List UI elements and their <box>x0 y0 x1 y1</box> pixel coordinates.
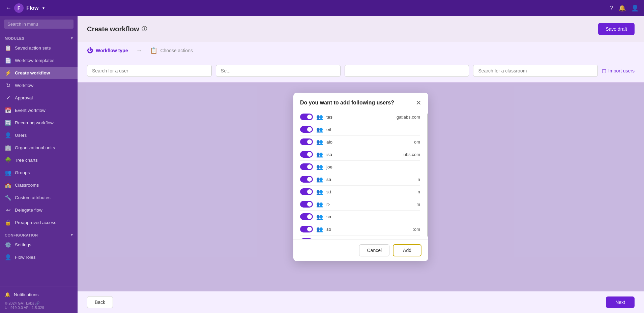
user-name-label: sa <box>326 214 420 219</box>
app-logo: F <box>14 3 24 13</box>
sidebar-item-tree-charts[interactable]: 🌳 Tree charts <box>0 154 78 166</box>
user-toggle[interactable] <box>300 114 313 120</box>
step-arrow-icon: → <box>136 47 142 54</box>
sidebar-item-event-workflow[interactable]: 📅 Event workflow <box>0 104 78 117</box>
modal-user-row: 👥joe <box>300 161 420 173</box>
topbar-right: ? 🔔 👤 <box>610 4 639 12</box>
user-email-label: om <box>414 139 420 145</box>
modal-body: 👥tesgatlabs.com👥eil👥aioom👥isaubs.com👥joe… <box>293 111 427 239</box>
classrooms-icon: 🏫 <box>5 182 11 188</box>
sidebar-item-label: Saved action sets <box>15 45 51 51</box>
sidebar-bottom: 🔔 Notifications © 2024 GAT Labs 🔗 UI: 91… <box>0 286 78 313</box>
modal-user-row: 👥sa <box>300 211 420 223</box>
save-draft-button[interactable]: Save draft <box>598 23 635 35</box>
import-users-button[interactable]: ◫ Import users <box>602 68 635 73</box>
import-icon: ◫ <box>602 68 606 73</box>
sidebar-item-groups[interactable]: 👥 Groups <box>0 166 78 179</box>
user-avatar-icon[interactable]: 👤 <box>631 4 639 12</box>
user-person-icon: 👥 <box>316 114 323 120</box>
sidebar-item-workflow[interactable]: ↻ Workflow <box>0 79 78 92</box>
user-toggle[interactable] <box>300 138 313 145</box>
modal-user-row: 👥lian <box>300 236 420 239</box>
sidebar-item-recurring-workflow[interactable]: 🔄 Recurring workflow <box>0 117 78 129</box>
sidebar-item-label: Workflow templates <box>15 58 55 63</box>
user-toggle[interactable] <box>300 213 313 220</box>
cancel-button[interactable]: Cancel <box>359 244 389 256</box>
user-email-label: gatlabs.com <box>397 115 420 120</box>
user-toggle[interactable] <box>300 151 313 158</box>
sidebar-item-label: Organizational units <box>15 145 55 150</box>
approval-icon: ✓ <box>5 95 11 101</box>
user-toggle[interactable] <box>300 238 313 239</box>
app-chevron-icon[interactable]: ▾ <box>42 6 45 10</box>
sidebar-item-workflow-templates[interactable]: 📄 Workflow templates <box>0 54 78 67</box>
second-search-input[interactable] <box>216 65 341 77</box>
sidebar-item-delegate-flow[interactable]: ↩ Delegate flow <box>0 204 78 216</box>
sidebar-item-approval[interactable]: ✓ Approval <box>0 92 78 104</box>
create-workflow-icon: ⚡ <box>5 70 11 76</box>
workflow-step-choose-actions[interactable]: 📋 Choose actions <box>150 47 193 54</box>
user-person-icon: 👥 <box>316 226 323 232</box>
sidebar-item-preapproved-access[interactable]: 🔓 Preapproved access <box>0 216 78 229</box>
sidebar-item-users[interactable]: 👤 Users <box>0 129 78 142</box>
modal-user-row: 👥isaubs.com <box>300 148 420 161</box>
user-toggle[interactable] <box>300 126 313 133</box>
sidebar-item-label: Event workflow <box>15 108 46 113</box>
user-toggle[interactable] <box>300 226 313 232</box>
user-person-icon: 👥 <box>316 139 323 145</box>
user-name-label: aio <box>326 139 411 145</box>
notifications-icon[interactable]: 🔔 <box>618 4 626 12</box>
sidebar-item-label: Create workflow <box>15 70 50 75</box>
sidebar-item-settings[interactable]: ⚙️ Settings <box>0 239 78 251</box>
sidebar-item-flow-roles[interactable]: 👤 Flow roles <box>0 251 78 263</box>
tree-charts-icon: 🌳 <box>5 157 11 163</box>
sidebar-search-input[interactable] <box>4 20 74 29</box>
workflow-step-type[interactable]: ⏻ Workflow type <box>87 47 128 54</box>
sidebar-item-label: Tree charts <box>15 158 38 163</box>
sidebar-item-classrooms[interactable]: 🏫 Classrooms <box>0 179 78 191</box>
user-name-label: joe <box>326 164 420 169</box>
search-user-input[interactable] <box>87 65 212 77</box>
back-button[interactable]: Back <box>87 296 113 308</box>
user-toggle[interactable] <box>300 176 313 183</box>
workflow-icon: ↻ <box>5 82 11 89</box>
sidebar-search-container <box>0 16 78 32</box>
user-toggle[interactable] <box>300 188 313 195</box>
modules-section-header: MODULES ▾ <box>0 32 78 42</box>
content-area: Create workflow ⓘ Save draft ⏻ Workflow … <box>78 16 644 313</box>
sidebar-item-label: Classrooms <box>15 183 39 188</box>
external-link-icon[interactable]: 🔗 <box>35 301 40 305</box>
user-email-label: n <box>418 177 420 182</box>
sidebar-item-organizational-units[interactable]: 🏢 Organizational units <box>0 142 78 154</box>
sidebar-notifications[interactable]: 🔔 Notifications <box>5 290 73 299</box>
sidebar-item-saved-action-sets[interactable]: 📋 Saved action sets <box>0 42 78 54</box>
modal-scrollbar[interactable] <box>427 114 428 237</box>
user-toggle[interactable] <box>300 201 313 208</box>
page-header: Create workflow ⓘ Save draft <box>78 16 644 42</box>
third-search-input[interactable] <box>345 65 469 77</box>
search-classroom-input[interactable] <box>473 65 598 77</box>
user-person-icon: 👥 <box>316 214 323 220</box>
sidebar-item-custom-attributes[interactable]: 🔧 Custom attributes <box>0 191 78 204</box>
sidebar-item-label: Delegate flow <box>15 208 42 213</box>
sidebar-item-label: Settings <box>15 242 31 247</box>
org-units-icon: 🏢 <box>5 145 11 151</box>
modal-close-button[interactable]: ✕ <box>416 99 421 107</box>
event-workflow-icon: 📅 <box>5 107 11 114</box>
configuration-section-header: CONFIGURATION ▾ <box>0 229 78 239</box>
sidebar-item-label: Custom attributes <box>15 195 51 200</box>
help-icon[interactable]: ? <box>610 5 613 12</box>
back-nav-button[interactable]: ← <box>5 5 11 12</box>
sidebar: MODULES ▾ 📋 Saved action sets 📄 Workflow… <box>0 16 78 313</box>
user-name-label: tes <box>326 115 393 120</box>
sidebar-item-label: Approval <box>15 95 33 100</box>
sidebar-item-create-workflow[interactable]: ⚡ Create workflow <box>0 67 78 79</box>
next-button[interactable]: Next <box>606 296 635 308</box>
user-name-label: isa <box>326 152 400 157</box>
user-toggle[interactable] <box>300 163 313 170</box>
add-button[interactable]: Add <box>393 244 421 256</box>
modal-user-row: 👥aioom <box>300 136 420 148</box>
sidebar-footer: © 2024 GAT Labs 🔗 UI: 919.0.0 API: 1.5.3… <box>5 299 73 310</box>
saved-action-sets-icon: 📋 <box>5 45 11 51</box>
modal-header: Do you want to add following users? ✕ <box>293 93 428 111</box>
